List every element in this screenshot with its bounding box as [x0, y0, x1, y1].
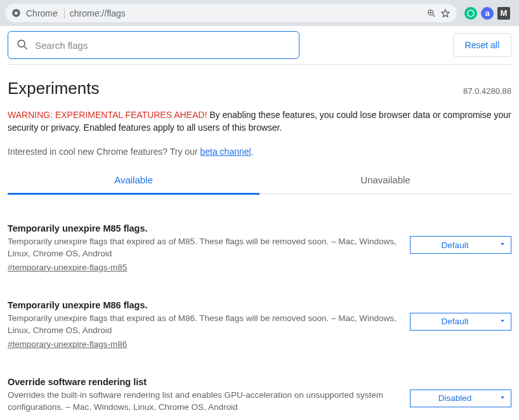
url-scheme-label: Chrome	[26, 8, 65, 18]
extension-icons: a M	[461, 7, 514, 20]
flag-item: Temporarily unexpire M85 flags. Temporar…	[8, 212, 511, 289]
header-row: Experiments 87.0.4280.88	[8, 65, 511, 103]
search-icon	[16, 38, 29, 53]
warning-text: WARNING: EXPERIMENTAL FEATURES AHEAD! By…	[8, 103, 511, 135]
beta-channel-link[interactable]: beta channel	[200, 147, 251, 157]
extension-icon-blue[interactable]: a	[481, 7, 494, 20]
flag-state-select[interactable]: Default	[410, 236, 511, 254]
chrome-icon	[11, 8, 21, 18]
version-label: 87.0.4280.88	[463, 86, 511, 96]
beta-pre: Interested in cool new Chrome features? …	[8, 147, 200, 157]
tabs: Available Unavailable	[8, 167, 511, 194]
flag-description: Overrides the built-in software renderin…	[8, 390, 397, 416]
flag-description: Temporarily unexpire flags that expired …	[8, 236, 397, 263]
flag-hash-link[interactable]: #temporary-unexpire-flags-m86	[8, 339, 127, 349]
extension-icon-dark[interactable]: M	[497, 7, 510, 20]
tab-unavailable[interactable]: Unavailable	[260, 167, 511, 194]
flag-state-select[interactable]: Disabled	[410, 390, 511, 407]
flag-item: Override software rendering list Overrid…	[8, 365, 511, 420]
flags-topbar: Reset all	[8, 26, 511, 65]
svg-marker-6	[442, 10, 449, 17]
flag-title: Override software rendering list	[8, 377, 397, 390]
svg-line-3	[433, 15, 435, 16]
flag-title: Temporarily unexpire M85 flags.	[8, 223, 397, 236]
url-text: chrome://flags	[70, 8, 126, 18]
beta-post: .	[251, 147, 254, 157]
svg-point-7	[468, 10, 474, 16]
tab-available[interactable]: Available	[8, 167, 260, 195]
bookmark-star-icon[interactable]	[440, 8, 450, 18]
flag-state-select[interactable]: Default	[410, 313, 511, 331]
search-input[interactable]	[35, 40, 291, 51]
svg-point-1	[15, 11, 18, 15]
flag-hash-link[interactable]: #temporary-unexpire-flags-m85	[8, 263, 127, 272]
svg-line-9	[24, 46, 27, 49]
zoom-icon[interactable]	[426, 8, 437, 18]
beta-channel-row: Interested in cool new Chrome features? …	[8, 135, 511, 167]
reset-all-button[interactable]: Reset all	[453, 33, 511, 57]
browser-addressbar: Chrome chrome://flags a M	[0, 0, 519, 26]
extension-icon-green[interactable]	[464, 7, 477, 20]
warning-red: WARNING: EXPERIMENTAL FEATURES AHEAD!	[8, 110, 207, 120]
flag-item: Temporarily unexpire M86 flags. Temporar…	[8, 289, 511, 365]
page-title: Experiments	[8, 79, 100, 98]
flag-list: Temporarily unexpire M85 flags. Temporar…	[8, 212, 511, 420]
omnibox[interactable]: Chrome chrome://flags	[5, 4, 457, 22]
svg-point-8	[18, 40, 25, 47]
flag-description: Temporarily unexpire flags that expired …	[8, 313, 397, 339]
search-flags-box[interactable]	[8, 31, 299, 59]
flag-title: Temporarily unexpire M86 flags.	[8, 300, 397, 313]
